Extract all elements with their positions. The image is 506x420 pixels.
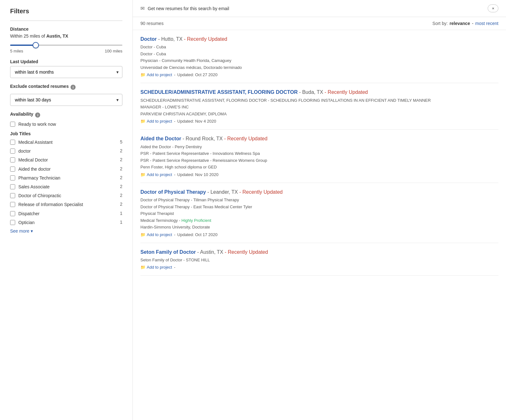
job-title-label: Medical Assistant: [18, 139, 117, 145]
resume-location: - Austin, TX: [197, 249, 223, 255]
distance-slider[interactable]: [10, 45, 122, 46]
resume-list: Doctor - Hutto, TX - Recently Updated Do…: [133, 30, 506, 276]
job-title-count: 2: [120, 166, 122, 171]
job-title-label: doctor: [18, 148, 117, 154]
resume-location: - Leander, TX: [207, 189, 238, 195]
resume-detail: PSR - Patient Service Representative - R…: [140, 157, 498, 164]
resume-title-link[interactable]: Seton Family of Doctor: [140, 249, 196, 255]
job-title-checkbox[interactable]: [10, 184, 15, 189]
job-title-count: 2: [120, 193, 122, 198]
results-count: 90 resumes: [140, 21, 164, 26]
resume-title-link[interactable]: SCHEDULER/ADMINISTRATIVE ASSISTANT, FLOO…: [140, 89, 298, 95]
resume-card: Doctor - Hutto, TX - Recently Updated Do…: [140, 30, 498, 83]
job-title-checkbox[interactable]: [10, 193, 15, 198]
job-title-row: Medical Doctor 2: [10, 157, 122, 163]
job-title-label: Optician: [18, 220, 117, 225]
last-updated-section: Last Updated within last 30 days within …: [10, 59, 122, 78]
email-banner-text: Get new resumes for this search by email: [148, 6, 229, 11]
updated-date: Updated: Oct 27 2020: [177, 72, 218, 77]
add-to-project-link[interactable]: 📁 Add to project: [140, 119, 172, 124]
resume-detail: Hardin-Simmons University, Doctorate: [140, 224, 498, 230]
job-title-checkbox[interactable]: [10, 202, 15, 207]
resume-action-line: 📁 Add to project - Updated: Nov 10 2020: [140, 172, 498, 177]
resume-location: - Hutto, TX: [158, 36, 182, 42]
email-icon: ✉: [140, 5, 145, 11]
job-title-checkbox[interactable]: [10, 140, 15, 145]
job-title-label: Dispatcher: [18, 211, 117, 216]
resume-detail: MANAGER - LOWE'S INC: [140, 104, 498, 110]
exclude-contacted-section: Exclude contacted resumes i within last …: [10, 84, 122, 106]
sort-bar: Sort by: relevance - most recent: [432, 21, 498, 26]
job-title-checkbox[interactable]: [10, 149, 15, 154]
job-title-row: Sales Associate 2: [10, 184, 122, 190]
availability-section: Availability i Ready to work now: [10, 112, 122, 127]
add-to-project-link[interactable]: 📁 Add to project: [140, 72, 172, 77]
resume-detail: PARKVIEW CHRISTIAN ACADEMY, DIPLOMA: [140, 111, 498, 117]
resume-title-link[interactable]: Aided the Doctor: [140, 136, 181, 141]
job-title-checkbox[interactable]: [10, 211, 15, 216]
resume-action-line: 📁 Add to project - Updated: Oct 17 2020: [140, 232, 498, 237]
close-email-banner-button[interactable]: ×: [488, 4, 498, 12]
job-title-checkbox[interactable]: [10, 220, 15, 225]
resume-detail: Doctor of Physical Therapy - East Texas …: [140, 204, 498, 210]
folder-icon: 📁: [140, 72, 145, 77]
folder-icon: 📁: [140, 172, 145, 177]
job-title-count: 1: [120, 220, 122, 225]
resume-detail: Physician - Community Health Florida, Ca…: [140, 58, 498, 64]
add-to-project-link[interactable]: 📁 Add to project: [140, 172, 172, 177]
job-title-row: Optician 1: [10, 220, 122, 225]
job-title-row: Doctor of Chiropractic 2: [10, 193, 122, 198]
availability-info-icon[interactable]: i: [35, 113, 40, 118]
divider: [10, 21, 122, 21]
resume-title-line: Aided the Doctor - Round Rock, TX - Rece…: [140, 135, 498, 142]
info-icon[interactable]: i: [71, 85, 76, 90]
availability-label: Availability: [10, 112, 33, 117]
job-title-row: doctor 2: [10, 148, 122, 154]
folder-icon: 📁: [140, 265, 145, 270]
last-updated-select[interactable]: within last 30 days within last 6 months…: [10, 66, 122, 78]
resume-detail: Seton Family of Doctor - STONE HILL: [140, 257, 498, 263]
job-title-label: Doctor of Chiropractic: [18, 193, 117, 198]
resume-title-line: Doctor - Hutto, TX - Recently Updated: [140, 36, 498, 43]
resume-action-line: 📁 Add to project -: [140, 265, 498, 270]
chevron-down-icon-3: ▾: [31, 228, 33, 234]
job-title-checkbox[interactable]: [10, 167, 15, 172]
resume-card: Seton Family of Doctor - Austin, TX - Re…: [140, 243, 498, 276]
distance-label: Distance: [10, 27, 122, 32]
job-title-row: Pharmacy Technician 2: [10, 175, 122, 181]
last-updated-label: Last Updated: [10, 59, 122, 64]
job-title-label: Aided the doctor: [18, 166, 117, 172]
resume-card: SCHEDULER/ADMINISTRATIVE ASSISTANT, FLOO…: [140, 83, 498, 130]
sort-active: relevance: [450, 21, 470, 26]
folder-icon: 📁: [140, 119, 145, 124]
resume-title-line: Doctor of Physical Therapy - Leander, TX…: [140, 189, 498, 196]
ready-to-work-label: Ready to work now: [18, 122, 56, 127]
resume-action-line: 📁 Add to project - Updated: Nov 4 2020: [140, 119, 498, 124]
add-to-project-link[interactable]: 📁 Add to project: [140, 232, 172, 237]
updated-date: Updated: Oct 17 2020: [177, 232, 218, 237]
sidebar-title: Filters: [10, 8, 122, 15]
slider-max-label: 100 miles: [105, 49, 122, 53]
sort-most-recent-link[interactable]: most recent: [475, 21, 498, 26]
job-title-row: Aided the doctor 2: [10, 166, 122, 172]
add-to-project-link[interactable]: 📁 Add to project: [140, 265, 172, 270]
availability-checkbox-row: Ready to work now: [10, 122, 122, 127]
resume-title-link[interactable]: Doctor of Physical Therapy: [140, 189, 206, 195]
slider-min-label: 5 miles: [10, 49, 23, 53]
resume-location: - Buda, TX: [299, 89, 323, 95]
distance-slider-container: [10, 42, 122, 47]
ready-to-work-checkbox[interactable]: [10, 122, 15, 127]
exclude-contacted-select[interactable]: within last 7 days within last 30 days w…: [10, 94, 122, 106]
see-more-button[interactable]: See more ▾: [10, 228, 33, 234]
resume-title-link[interactable]: Doctor: [140, 36, 157, 42]
resume-detail: Medical Terminology - Highly Proficient: [140, 217, 498, 224]
job-title-count: 2: [120, 157, 122, 162]
recently-updated-badge: - Recently Updated: [225, 249, 268, 255]
job-title-checkbox[interactable]: [10, 157, 15, 162]
recently-updated-badge: - Recently Updated: [184, 36, 227, 42]
resume-card: Aided the Doctor - Round Rock, TX - Rece…: [140, 130, 498, 183]
resume-title-line: SCHEDULER/ADMINISTRATIVE ASSISTANT, FLOO…: [140, 89, 498, 96]
job-title-count: 5: [120, 139, 122, 144]
job-title-checkbox[interactable]: [10, 175, 15, 180]
updated-date: Updated: Nov 4 2020: [177, 119, 216, 124]
